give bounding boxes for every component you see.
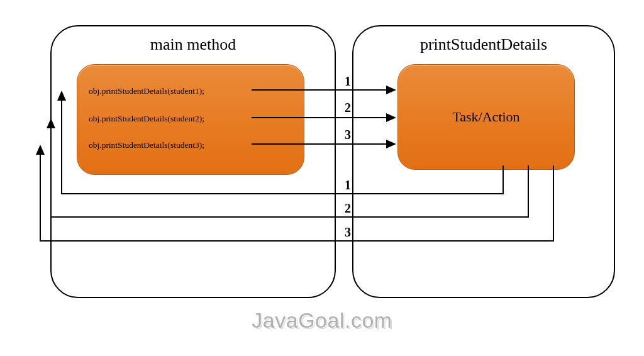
left-container: main method obj.printStudentDetails(stud… — [50, 25, 336, 298]
return-label-3: 3 — [345, 225, 351, 240]
left-code-box: obj.printStudentDetails(student1); obj.p… — [77, 64, 304, 175]
code-line-1: obj.printStudentDetails(student1); — [89, 86, 204, 96]
watermark: JavaGoal.com — [252, 308, 392, 332]
left-title: main method — [52, 35, 335, 54]
forward-label-1: 1 — [345, 74, 351, 89]
forward-label-2: 2 — [345, 101, 351, 115]
task-action-text: Task/Action — [452, 109, 519, 125]
return-label-2: 2 — [345, 201, 351, 216]
return-label-1: 1 — [345, 178, 351, 192]
right-task-box: Task/Action — [397, 64, 575, 170]
right-title: printStudentDetails — [353, 35, 614, 54]
code-line-3: obj.printStudentDetails(student3); — [89, 140, 204, 150]
forward-label-3: 3 — [345, 128, 351, 142]
watermark-wrap: JavaGoal.com — [0, 308, 644, 333]
right-container: printStudentDetails Task/Action — [352, 25, 615, 298]
code-line-2: obj.printStudentDetails(student2); — [89, 114, 204, 124]
